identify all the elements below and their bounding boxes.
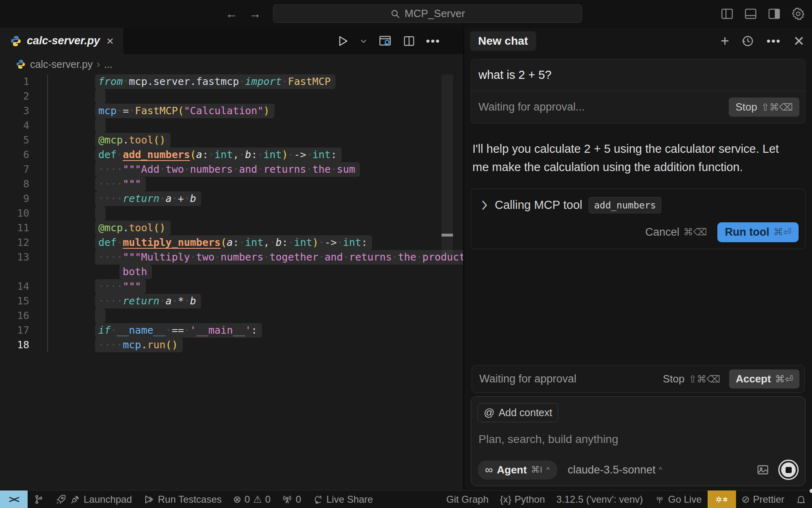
agent-label: Agent xyxy=(497,464,527,476)
approval-bar-status: Waiting for approval xyxy=(479,373,576,385)
tab-calc-server[interactable]: calc-server.py × xyxy=(0,28,123,54)
stop-generation-button[interactable] xyxy=(778,460,799,480)
code-line[interactable]: 6def·add_numbers(a:·int,·b:·int)·->·int: xyxy=(0,148,463,162)
code-line[interactable]: 18····mcp.run() xyxy=(0,338,463,352)
editor-more-actions-icon[interactable]: ••• xyxy=(426,35,440,48)
stop-square-icon xyxy=(786,467,792,473)
warnings-icon: ⚠ xyxy=(253,494,262,505)
stop-label: Stop xyxy=(735,101,757,113)
code-line[interactable]: 3mcp·=·FastMCP("Calculation") xyxy=(0,104,463,118)
chat-more-actions-icon[interactable]: ••• xyxy=(767,35,781,48)
code-line[interactable]: 9····return·a·+·b xyxy=(0,191,463,206)
accept-button[interactable]: Accept ⌘⏎ xyxy=(729,369,799,389)
line-number: 13 xyxy=(0,250,47,265)
line-number: 7 xyxy=(0,162,47,177)
agent-mode-selector[interactable]: ∞ Agent ⌘I ^ xyxy=(478,460,557,480)
git-graph-item[interactable]: Git Graph xyxy=(441,491,494,508)
new-chat-icon[interactable]: + xyxy=(721,34,729,48)
model-name: claude-3.5-sonnet xyxy=(568,464,656,476)
prettier-label: Prettier xyxy=(753,494,784,505)
run-testcases-item[interactable]: Run Testcases xyxy=(138,491,227,508)
notifications-item[interactable] xyxy=(790,491,812,508)
live-share-icon xyxy=(312,494,323,505)
code-line[interactable]: 2 xyxy=(0,89,463,104)
code-editor[interactable]: 1from·mcp.server.fastmcp·import·FastMCP2… xyxy=(0,74,463,490)
chat-panel: New chat + ••• ✕ what is 2 + 5? Waiting … xyxy=(464,28,812,490)
chat-history-icon[interactable] xyxy=(741,35,754,48)
bell-icon xyxy=(796,494,806,505)
chat-composer[interactable]: @ Add context Plan, search, build anythi… xyxy=(471,396,806,486)
code-line[interactable]: 4 xyxy=(0,118,463,133)
problems-item[interactable]: ⊗ 0 ⚠ 0 xyxy=(227,491,276,508)
live-share-label: Live Share xyxy=(326,494,373,505)
remote-glyph: >< xyxy=(9,494,19,505)
code-line[interactable]: both xyxy=(0,265,463,279)
chat-title-tab[interactable]: New chat xyxy=(470,31,536,51)
nav-forward-icon[interactable]: → xyxy=(249,7,261,21)
editor-scrollbar[interactable] xyxy=(442,74,453,256)
nav-back-icon[interactable]: ← xyxy=(225,7,238,21)
code-line[interactable]: 15····return·a·*·b xyxy=(0,294,463,308)
chevron-right-icon[interactable] xyxy=(480,200,488,211)
code-line[interactable]: 10 xyxy=(0,206,463,221)
language-mode-item[interactable]: {x} Python xyxy=(494,491,551,508)
settings-gear-icon[interactable] xyxy=(791,7,806,21)
python-interpreter-item[interactable]: 3.12.5 ('venv': venv) xyxy=(551,491,649,508)
line-number xyxy=(0,265,47,279)
stop-button[interactable]: Stop ⇧⌘⌫ xyxy=(729,98,799,117)
code-line[interactable]: 8····""" xyxy=(0,177,463,191)
formatter-button[interactable] xyxy=(708,491,736,508)
stop-shortcut: ⇧⌘⌫ xyxy=(761,102,793,113)
code-line[interactable]: 7····"""Add·two·numbers·and·returns·the·… xyxy=(0,162,463,177)
code-line[interactable]: 5@mcp.tool() xyxy=(0,133,463,148)
code-line[interactable]: 12def·multiply_numbers(a:·int,·b:·int)·-… xyxy=(0,235,463,250)
cancel-button[interactable]: Cancel ⌘⌫ xyxy=(645,226,707,239)
remote-indicator[interactable]: >< xyxy=(0,491,28,508)
agent-shortcut: ⌘I xyxy=(531,465,542,475)
ports-item[interactable]: 0 xyxy=(276,491,307,508)
chat-close-icon[interactable]: ✕ xyxy=(793,34,805,48)
tab-close-icon[interactable]: × xyxy=(105,35,115,47)
toggle-sidebar-right-icon[interactable] xyxy=(767,7,781,21)
line-number: 10 xyxy=(0,206,47,221)
run-python-file-icon[interactable] xyxy=(337,35,349,47)
open-preview-icon[interactable] xyxy=(378,34,392,48)
tool-call-card: Calling MCP tool add_numbers Cancel ⌘⌫ R… xyxy=(471,189,806,249)
code-line[interactable]: 11@mcp.tool() xyxy=(0,221,463,235)
split-editor-icon[interactable] xyxy=(403,35,416,48)
cancel-shortcut: ⌘⌫ xyxy=(683,226,707,238)
prettier-item[interactable]: ⊘ Prettier xyxy=(736,491,790,508)
go-live-item[interactable]: Go Live xyxy=(649,491,708,508)
code-line[interactable]: 14····""" xyxy=(0,279,463,294)
run-tool-button[interactable]: Run tool ⌘⏎ xyxy=(717,222,799,242)
source-control-item[interactable] xyxy=(28,491,50,508)
search-value: MCP_Server xyxy=(405,7,465,20)
approval-bar-stop-button[interactable]: Stop ⇧⌘⌫ xyxy=(663,373,721,385)
approval-stop-shortcut: ⇧⌘⌫ xyxy=(689,373,720,385)
breadcrumb-more[interactable]: ... xyxy=(104,59,113,70)
model-selector[interactable]: claude-3.5-sonnet ^ xyxy=(568,464,663,476)
run-all-icon xyxy=(143,494,155,505)
errors-icon: ⊗ xyxy=(233,494,241,505)
code-line[interactable]: 16 xyxy=(0,308,463,323)
toggle-panel-bottom-icon[interactable] xyxy=(744,7,758,21)
attach-image-icon[interactable] xyxy=(756,463,769,476)
toggle-sidebar-left-icon[interactable] xyxy=(720,7,734,21)
editor-group: calc-server.py × ••• calc-server.py › ..… xyxy=(0,28,463,490)
command-center-search[interactable]: MCP_Server xyxy=(273,4,582,23)
go-live-label: Go Live xyxy=(668,494,702,505)
composer-input[interactable]: Plan, search, build anything xyxy=(479,433,798,446)
tool-name-badge[interactable]: add_numbers xyxy=(589,197,661,213)
infinity-icon: ∞ xyxy=(485,464,493,476)
code-line[interactable]: 1from·mcp.server.fastmcp·import·FastMCP xyxy=(0,74,463,89)
live-share-item[interactable]: Live Share xyxy=(307,491,379,508)
warnings-count: 0 xyxy=(265,494,271,505)
add-context-chip[interactable]: @ Add context xyxy=(478,403,558,422)
code-line[interactable]: 13····"""Multiply·two·numbers·together·a… xyxy=(0,250,463,265)
breadcrumb-file[interactable]: calc-server.py xyxy=(30,59,93,70)
run-dropdown-chevron-icon[interactable] xyxy=(359,37,368,45)
code-line[interactable]: 17if·__name__·==·'__main__': xyxy=(0,323,463,338)
breadcrumb[interactable]: calc-server.py › ... xyxy=(0,54,463,74)
breadcrumb-separator: › xyxy=(97,59,100,70)
launchpad-item[interactable]: Launchpad xyxy=(50,491,138,508)
